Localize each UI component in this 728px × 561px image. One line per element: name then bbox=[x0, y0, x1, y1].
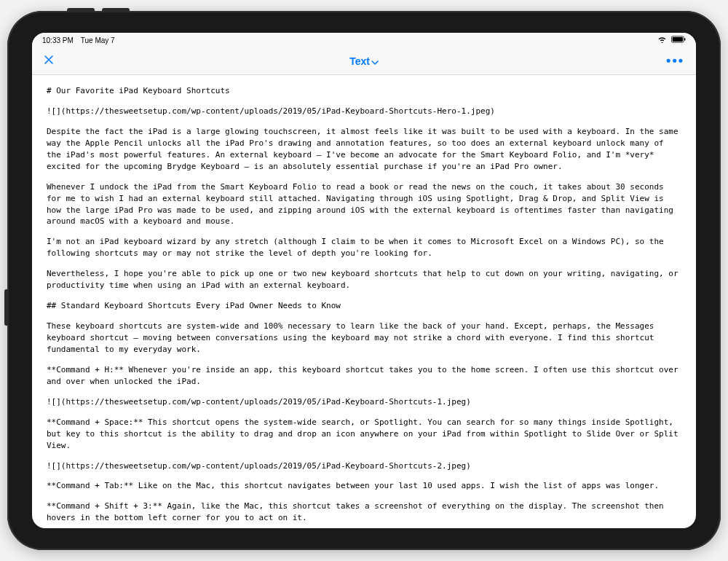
document-line[interactable]: **Command + Tab:** Like on the Mac, this… bbox=[47, 480, 681, 492]
svg-rect-2 bbox=[684, 38, 686, 40]
document-line[interactable]: Despite the fact the iPad is a large glo… bbox=[47, 126, 681, 173]
volume-down-button bbox=[102, 8, 130, 12]
document-mode-selector[interactable]: Text bbox=[349, 55, 379, 67]
volume-up-button bbox=[67, 8, 95, 12]
chevron-down-icon bbox=[371, 55, 379, 67]
document-line[interactable]: I'm not an iPad keyboard wizard by any s… bbox=[47, 236, 681, 259]
document-line[interactable]: **Command + Space:** This shortcut opens… bbox=[47, 417, 681, 452]
status-bar: 10:33 PM Tue May 7 bbox=[32, 33, 696, 47]
document-mode-label: Text bbox=[349, 55, 370, 67]
ipad-device-frame: 10:33 PM Tue May 7 Text bbox=[7, 11, 721, 550]
svg-rect-1 bbox=[673, 37, 683, 42]
battery-icon bbox=[671, 36, 686, 44]
document-line[interactable]: ![](https://thesweetsetup.com/wp-content… bbox=[47, 396, 681, 408]
wifi-icon bbox=[657, 36, 667, 44]
document-line[interactable]: Whenever I undock the iPad from the Smar… bbox=[47, 181, 681, 228]
document-line[interactable]: Nevertheless, I hope you're able to pick… bbox=[47, 268, 681, 291]
status-date: Tue May 7 bbox=[81, 36, 115, 44]
close-button[interactable] bbox=[44, 53, 54, 68]
document-line[interactable]: ![](https://thesweetsetup.com/wp-content… bbox=[47, 460, 681, 472]
navigation-bar: Text ••• bbox=[32, 47, 696, 75]
screen: 10:33 PM Tue May 7 Text bbox=[32, 33, 696, 528]
status-time: 10:33 PM bbox=[42, 36, 74, 44]
close-icon bbox=[44, 55, 54, 65]
document-line[interactable]: # Our Favorite iPad Keyboard Shortcuts bbox=[47, 85, 681, 97]
more-actions-button[interactable]: ••• bbox=[666, 53, 684, 68]
power-button bbox=[4, 289, 9, 326]
document-text-area[interactable]: # Our Favorite iPad Keyboard Shortcuts![… bbox=[32, 75, 696, 528]
document-line[interactable]: **Command + H:** Whenever you're inside … bbox=[47, 364, 681, 388]
document-line[interactable]: **Command + Shift + 3:** Again, like the… bbox=[47, 501, 681, 524]
document-line[interactable]: These keyboard shortcuts are system-wide… bbox=[47, 321, 681, 356]
document-line[interactable]: ## Standard Keyboard Shortcuts Every iPa… bbox=[47, 300, 681, 312]
document-line[interactable]: ![](https://thesweetsetup.com/wp-content… bbox=[47, 106, 681, 117]
